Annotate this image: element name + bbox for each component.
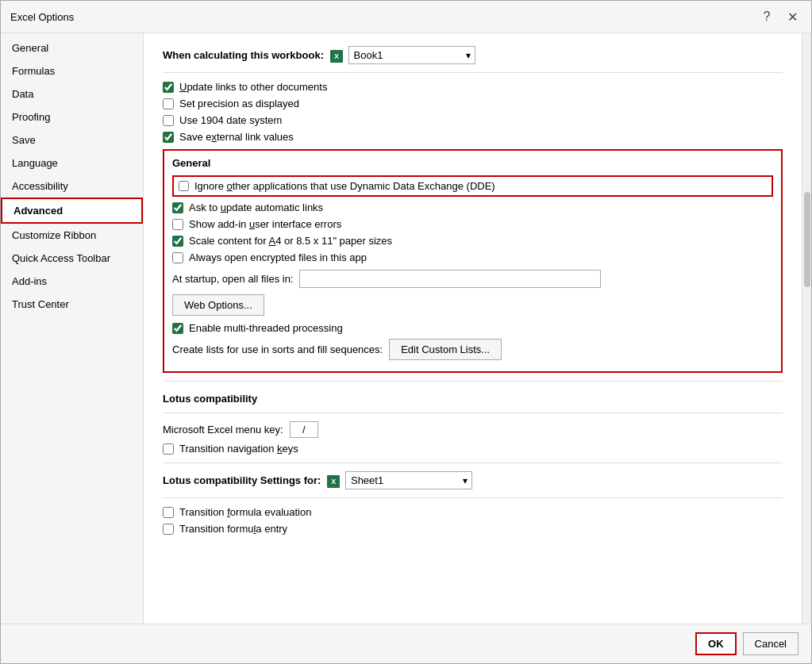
web-options-button[interactable]: Web Options... [172,294,264,316]
lotus-section: Lotus compatibility Microsoft Excel menu… [163,393,783,455]
checkbox-dde-input[interactable] [179,181,189,191]
sidebar-item-quick-access-toolbar[interactable]: Quick Access Toolbar [1,247,143,270]
checkbox-transition-nav-input[interactable] [163,443,174,455]
startup-row: At startup, open all files in: [172,270,773,288]
sidebar: General Formulas Data Proofing Save Lang… [1,33,144,624]
sidebar-item-formulas[interactable]: Formulas [1,59,143,83]
checkbox-transition-formula-entry-input[interactable] [163,524,174,535]
general-section-box: General Ignore other applications that u… [163,149,783,373]
footer: OK Cancel [1,624,811,663]
web-options-row: Web Options... [172,294,773,316]
create-lists-row: Create lists for use in sorts and fill s… [172,339,773,360]
checkbox-update-links-input[interactable] [163,82,174,93]
cancel-button[interactable]: Cancel [743,632,799,655]
checkbox-transition-formula-eval: Transition formula evaluation [163,506,783,518]
checkbox-open-encrypted-input[interactable] [172,252,183,263]
sidebar-item-proofing[interactable]: Proofing [1,106,143,129]
menu-key-label: Microsoft Excel menu key: [163,424,283,436]
checkbox-transition-nav: Transition navigation keys [163,443,783,455]
checkbox-ask-update: Ask to update automatic links [172,202,773,213]
checkbox-transition-nav-label: Transition navigation keys [179,443,298,455]
sidebar-item-data[interactable]: Data [1,83,143,106]
checkbox-ask-update-input[interactable] [172,202,183,213]
checkbox-update-links-label: Update links to other documents [179,81,327,93]
content-area: General Formulas Data Proofing Save Lang… [1,33,811,624]
checkbox-threading-input[interactable] [172,323,183,334]
checkbox-scale-content-label: Scale content for A4 or 8.5 x 11" paper … [189,235,392,247]
checkbox-transition-formula-eval-input[interactable] [163,507,174,518]
checkbox-open-encrypted: Always open encrypted files in this app [172,251,773,263]
sidebar-item-trust-center[interactable]: Trust Center [1,293,143,316]
checkbox-transition-formula-eval-label: Transition formula evaluation [179,506,311,518]
workbook-dropdown-wrapper: X Book1 [330,46,475,64]
checkbox-save-external: Save external link values [163,131,783,143]
checkbox-save-external-label: Save external link values [179,131,294,143]
checkbox-dde-label: Ignore other applications that use Dynam… [194,180,495,192]
sidebar-item-customize-ribbon[interactable]: Customize Ribbon [1,224,143,247]
title-bar-buttons: ? ✕ [757,7,802,26]
startup-input[interactable] [299,270,601,288]
create-lists-label: Create lists for use in sorts and fill s… [172,344,383,355]
checkbox-threading: Enable multi-threaded processing [172,322,773,334]
checkbox-ask-update-label: Ask to update automatic links [189,202,323,213]
checkbox-1904-date: Use 1904 date system [163,114,783,126]
checkbox-scale-content: Scale content for A4 or 8.5 x 11" paper … [172,235,773,247]
sidebar-item-add-ins[interactable]: Add-ins [1,270,143,293]
main-content: When calculating this workbook: X Book1 … [144,33,802,624]
checkbox-1904-date-input[interactable] [163,115,174,126]
checkbox-update-links: Update links to other documents [163,81,783,93]
dialog-title: Excel Options [10,11,74,23]
checkbox-show-addin-input[interactable] [172,219,183,230]
title-bar: Excel Options ? ✕ [1,1,811,33]
scrollbar[interactable] [802,33,811,624]
lotus-settings-dropdown-wrapper: X Sheet1 [327,471,472,489]
checkbox-transition-formula-entry: Transition formula entry [163,523,783,535]
general-section-title: General [172,157,773,169]
lotus-settings-row: Lotus compatibility Settings for: X Shee… [163,471,783,489]
lotus-section-title: Lotus compatibility [163,393,783,405]
checkbox-set-precision-label: Set precision as displayed [179,98,299,109]
checkbox-transition-formula-entry-label: Transition formula entry [179,523,287,535]
checkbox-save-external-input[interactable] [163,132,174,143]
sidebar-item-save[interactable]: Save [1,129,143,152]
checkbox-show-addin-label: Show add-in user interface errors [189,218,341,230]
checkbox-set-precision-input[interactable] [163,98,174,109]
checkbox-set-precision: Set precision as displayed [163,98,783,109]
ok-button[interactable]: OK [695,632,737,655]
checkbox-threading-label: Enable multi-threaded processing [189,322,343,334]
excel-icon: X [330,50,343,63]
sidebar-item-accessibility[interactable]: Accessibility [1,175,143,198]
sidebar-item-general[interactable]: General [1,36,143,59]
checkbox-scale-content-input[interactable] [172,236,183,247]
dde-row: Ignore other applications that use Dynam… [172,175,773,197]
workbook-label: When calculating this workbook: [163,49,324,61]
excel-sheet-icon: X [327,475,340,488]
help-button[interactable]: ? [757,7,776,26]
lotus-settings-dropdown[interactable]: Sheet1 [345,471,472,489]
checkbox-1904-date-label: Use 1904 date system [179,114,282,126]
menu-key-input[interactable] [290,421,318,438]
workbook-row: When calculating this workbook: X Book1 [163,46,783,64]
scrollbar-thumb[interactable] [804,192,810,287]
workbook-dropdown[interactable]: Book1 [348,46,475,64]
checkbox-open-encrypted-label: Always open encrypted files in this app [189,251,367,263]
menu-key-row: Microsoft Excel menu key: [163,421,783,438]
edit-custom-lists-button[interactable]: Edit Custom Lists... [389,339,502,360]
sidebar-item-language[interactable]: Language [1,152,143,175]
close-button[interactable]: ✕ [783,7,802,26]
excel-options-dialog: Excel Options ? ✕ General Formulas Data … [0,0,812,664]
sidebar-item-advanced[interactable]: Advanced [1,198,143,224]
checkbox-show-addin: Show add-in user interface errors [172,218,773,230]
lotus-settings-label: Lotus compatibility Settings for: [163,474,321,486]
startup-label: At startup, open all files in: [172,273,293,285]
